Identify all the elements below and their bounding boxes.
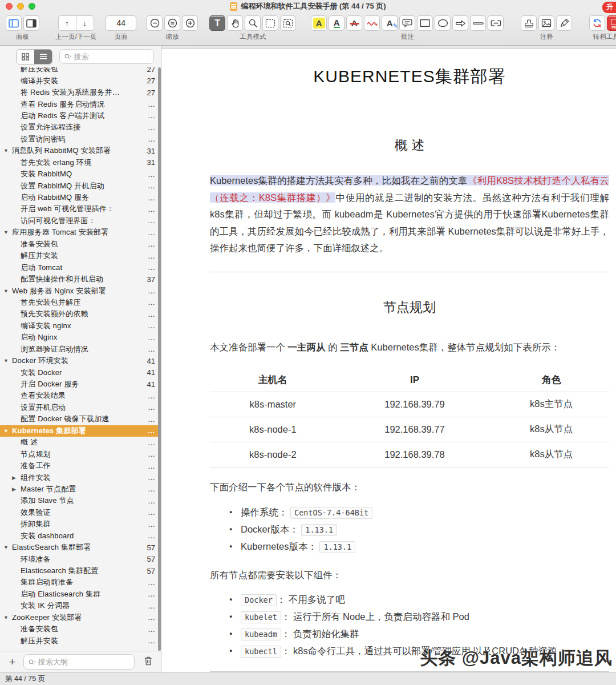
panel-right-button[interactable] — [23, 15, 39, 31]
toc-item[interactable]: ▼应用服务器 Tomcat 安装部署… — [0, 227, 161, 238]
zoom-fit-button[interactable] — [164, 15, 180, 31]
toc-item[interactable]: 设置开机启动… — [0, 402, 161, 413]
stamp-tool-button[interactable] — [521, 15, 537, 31]
toc-item[interactable]: ▼ZooKeeper 安装部署… — [0, 612, 161, 623]
sidebar-search-input[interactable] — [74, 53, 149, 61]
toc-item[interactable]: 启动 Redis 客户端并测试… — [0, 110, 161, 122]
close-button[interactable] — [6, 3, 13, 10]
toc-item[interactable]: 环境准备57 — [0, 553, 161, 565]
disclosure-open-icon[interactable]: ▼ — [3, 428, 12, 434]
disclosure-open-icon[interactable]: ▼ — [3, 148, 12, 154]
toc-item[interactable]: 准备工作… — [0, 460, 161, 472]
toc-item[interactable]: 安装 RabbitMQ… — [0, 168, 161, 180]
toc-item[interactable]: 解压并安装… — [0, 635, 161, 646]
toc-item[interactable]: 设置允许远程连接… — [0, 122, 161, 133]
outline-search-input[interactable] — [38, 658, 129, 666]
toc-item[interactable]: 启动 Elasticsearch 集群… — [0, 589, 161, 600]
image-tool-button[interactable] — [538, 15, 554, 31]
page-number-input[interactable]: 44 — [106, 15, 136, 31]
disclosure-open-icon[interactable]: ▼ — [3, 229, 12, 235]
sidebar-scrollbar[interactable] — [158, 67, 161, 651]
outline-search-field[interactable] — [23, 654, 135, 670]
minimize-button[interactable] — [17, 3, 24, 10]
fullscreen-button[interactable] — [29, 3, 35, 10]
zoom-in-button[interactable] — [182, 15, 198, 31]
toc-item[interactable]: 将 Redis 安装为系统服务并…27 — [0, 87, 161, 98]
sidebar-search-field[interactable] — [59, 49, 154, 64]
rectangle-tool-button[interactable] — [417, 15, 433, 31]
toc-item[interactable]: 配置快捷操作和开机启动37 — [0, 273, 161, 285]
toc-item[interactable]: ▼Kubernetes 集群部署… — [0, 425, 161, 437]
toc-item[interactable]: 启动 Nginx… — [0, 332, 161, 343]
toc-item[interactable]: 访问可视化管理界面：… — [0, 215, 161, 227]
strikethrough-tool-button[interactable]: A — [346, 15, 362, 31]
comment-tool-button[interactable] — [399, 15, 415, 31]
link-tool-button[interactable] — [488, 15, 504, 31]
disclosure-open-icon[interactable]: ▼ — [3, 358, 12, 364]
panel-left-button[interactable] — [6, 15, 22, 31]
text-edit-tool-button[interactable]: A — [382, 15, 398, 31]
toc-item[interactable]: 首先安装包并解压… — [0, 297, 161, 308]
toc-item[interactable]: 拆卸集群… — [0, 518, 161, 530]
toc-item[interactable]: 准备安装包… — [0, 239, 161, 250]
disclosure-open-icon[interactable]: ▼ — [3, 545, 12, 550]
toc-item[interactable]: 解压安装包27 — [0, 67, 161, 75]
toc-item[interactable]: ▼Web 服务器 Nginx 安装部署… — [0, 285, 161, 296]
disclosure-closed-icon[interactable]: ▶ — [12, 475, 21, 481]
ellipse-tool-button[interactable] — [435, 15, 451, 31]
upgrade-badge[interactable]: 升 — [602, 2, 616, 13]
toc-item[interactable]: ▼ElasticSearch 集群部署57 — [0, 542, 161, 553]
underline-tool-button[interactable]: A — [329, 15, 345, 31]
toc-item[interactable]: 配置 Docker 镜像下载加速… — [0, 413, 161, 425]
toc-item[interactable]: 安装 IK 分词器… — [0, 600, 161, 611]
outline-view-button[interactable] — [34, 50, 52, 64]
arrow-tool-button[interactable] — [452, 15, 468, 31]
toc-item[interactable]: 开启 web 可视化管理插件：… — [0, 203, 161, 215]
toc-item[interactable]: 浏览器验证启动情况… — [0, 344, 161, 355]
toc-item[interactable]: 概 述… — [0, 437, 161, 448]
search-tool-button[interactable] — [245, 15, 261, 31]
page-up-button[interactable]: ↑ — [58, 15, 76, 31]
hand-tool-button[interactable] — [227, 15, 243, 31]
toc-item[interactable]: 首先安装 erlang 环境31 — [0, 157, 161, 168]
toc-item[interactable]: 添加 Slave 节点… — [0, 495, 161, 506]
toc-item[interactable]: 安装 dashboard… — [0, 530, 161, 542]
toc-item[interactable]: 准备安装包… — [0, 623, 161, 635]
marquee-select-tool-button[interactable] — [262, 15, 278, 31]
toc-item[interactable]: 集群启动前准备… — [0, 577, 161, 588]
disclosure-open-icon[interactable]: ▼ — [3, 288, 12, 294]
toc-item[interactable]: 节点规划… — [0, 448, 161, 460]
toc-item[interactable]: 查看安装结果… — [0, 390, 161, 401]
zoom-area-tool-button[interactable] — [280, 15, 296, 31]
toc-item[interactable]: ▶Master 节点配置… — [0, 483, 161, 495]
pdf-export-button[interactable]: PDF — [607, 15, 616, 31]
toc-item[interactable]: 查看 Redis 服务启动情况… — [0, 98, 161, 110]
disclosure-open-icon[interactable]: ▼ — [3, 615, 12, 620]
toc-item[interactable]: 开启 Docker 服务41 — [0, 378, 161, 390]
add-outline-button[interactable]: + — [9, 656, 15, 667]
highlight-tool-button[interactable]: A — [311, 15, 327, 31]
line-tool-button[interactable] — [470, 15, 486, 31]
toc-item[interactable]: 启动 Tomcat… — [0, 261, 161, 273]
squiggly-tool-button[interactable] — [364, 15, 380, 31]
toc-item[interactable]: 编译并安装27 — [0, 75, 161, 86]
convert-sync-button[interactable] — [589, 15, 605, 31]
signature-tool-button[interactable] — [556, 15, 572, 31]
zoom-out-button[interactable] — [147, 15, 163, 31]
toc-item[interactable]: ▶组件安装… — [0, 472, 161, 483]
toc-item[interactable]: 解压并安装… — [0, 250, 161, 261]
trash-icon[interactable] — [144, 656, 153, 668]
toc-item[interactable]: 安装 Docker41 — [0, 366, 161, 378]
thumbnail-view-button[interactable] — [17, 50, 34, 64]
toc-item[interactable]: Elasticsearch 集群配置57 — [0, 565, 161, 577]
toc-item[interactable]: 预先安装额外的依赖… — [0, 308, 161, 320]
toc-item[interactable]: 设置访问密码… — [0, 134, 161, 145]
page-down-button[interactable]: ↓ — [76, 15, 94, 31]
toc-item[interactable]: 效果验证… — [0, 507, 161, 518]
toc-item[interactable]: 设置 RabbitMQ 开机启动… — [0, 180, 161, 191]
disclosure-closed-icon[interactable]: ▶ — [12, 486, 21, 492]
toc-item[interactable]: 启动 RabbitMQ 服务… — [0, 192, 161, 203]
text-select-tool-button[interactable]: T — [209, 15, 225, 31]
toc-item[interactable]: 编译安装 nginx… — [0, 320, 161, 332]
toc-item[interactable]: ▼Docker 环境安装41 — [0, 355, 161, 366]
